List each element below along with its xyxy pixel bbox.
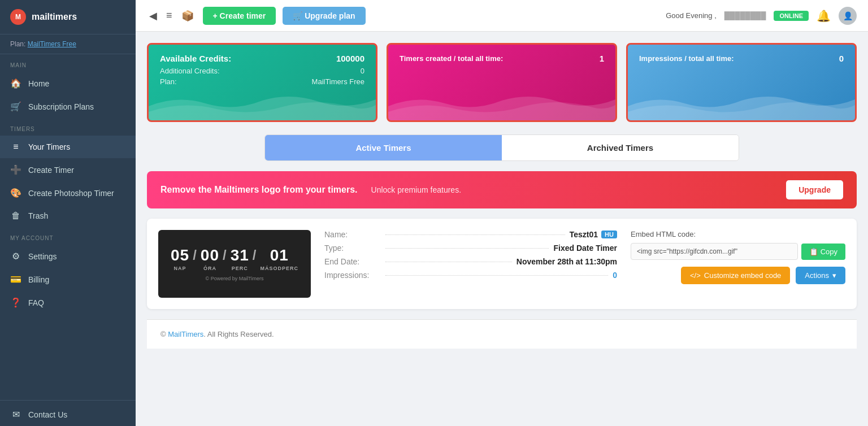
cube-button[interactable]: 📦 bbox=[179, 7, 196, 24]
timer-enddate-row: End Date: November 28th at 11:30pm bbox=[324, 257, 617, 266]
customize-embed-button[interactable]: </> Customize embed code bbox=[681, 267, 790, 284]
copy-label: Copy bbox=[821, 247, 837, 256]
footer-link[interactable]: MailTimers bbox=[168, 330, 203, 338]
credits-value: 100000 bbox=[336, 54, 364, 63]
sidebar-item-home[interactable]: 🏠 Home bbox=[0, 72, 136, 95]
faq-icon: ❓ bbox=[10, 297, 21, 308]
stats-row: Available Credits: 100000 Additional Cre… bbox=[147, 43, 857, 122]
photoshop-icon: 🎨 bbox=[10, 188, 21, 198]
sidebar-item-label: Subscription Plans bbox=[28, 102, 94, 111]
enddate-dotted bbox=[385, 262, 512, 262]
plan-link[interactable]: MailTimers Free bbox=[28, 40, 76, 48]
copy-icon: 📋 bbox=[809, 247, 818, 256]
tab-archived-timers[interactable]: Archived Timers bbox=[502, 135, 739, 160]
credits-label: Available Credits: bbox=[160, 54, 231, 63]
sidebar-item-label: Trash bbox=[28, 211, 48, 220]
sidebar-item-subscription[interactable]: 🛒 Subscription Plans bbox=[0, 95, 136, 118]
seconds-label: MÁSODPERC bbox=[260, 266, 298, 271]
enddate-value: November 28th at 11:30pm bbox=[517, 257, 617, 266]
bell-icon[interactable]: 🔔 bbox=[817, 9, 831, 23]
promo-upgrade-button[interactable]: Upgrade bbox=[786, 180, 843, 199]
trash-icon: 🗑 bbox=[10, 211, 21, 221]
billing-icon: 💳 bbox=[10, 274, 21, 285]
type-dotted bbox=[385, 248, 549, 249]
timers-label: Timers created / total all time: bbox=[400, 54, 503, 63]
timers-value: 1 bbox=[600, 54, 604, 63]
copy-button[interactable]: 📋 Copy bbox=[801, 244, 845, 260]
main-area: ◀ ≡ 📦 + Create timer 🛒 Upgrade plan Good… bbox=[136, 0, 868, 426]
actions-button[interactable]: Actions ▾ bbox=[796, 267, 845, 284]
name-dotted bbox=[385, 234, 565, 235]
sidebar-item-trash[interactable]: 🗑 Trash bbox=[0, 205, 136, 227]
timer-preview: 05 NAP / 00 ÓRA / 31 PERC / 01 bbox=[158, 230, 311, 298]
collapse-button[interactable]: ◀ bbox=[147, 7, 159, 24]
app-name: mailtimers bbox=[32, 12, 77, 22]
cart-icon: 🛒 bbox=[10, 101, 21, 112]
impressions-field-value: 0 bbox=[613, 271, 617, 280]
section-label-main: MAIN bbox=[0, 54, 136, 72]
impressions-card: Impressions / total all time: 0 bbox=[626, 43, 857, 122]
lang-badge: HU bbox=[601, 231, 617, 238]
sidebar-item-create-photoshop[interactable]: 🎨 Create Photoshop Timer bbox=[0, 181, 136, 205]
separator-1: / bbox=[193, 247, 197, 270]
embed-code-input[interactable] bbox=[631, 243, 798, 260]
chevron-down-icon: ▾ bbox=[832, 271, 836, 280]
promo-text: Remove the Mailtimers logo from your tim… bbox=[160, 185, 358, 195]
separator-3: / bbox=[253, 247, 257, 270]
footer: © MailTimers. All Rights Reserved. bbox=[147, 319, 857, 349]
sidebar-item-faq[interactable]: ❓ FAQ bbox=[0, 291, 136, 314]
type-label: Type: bbox=[324, 244, 381, 253]
sidebar-item-contact[interactable]: ✉ Contact Us bbox=[0, 403, 136, 426]
promo-banner: Remove the Mailtimers logo from your tim… bbox=[147, 171, 857, 208]
timer-digit-days: 05 NAP bbox=[171, 246, 189, 271]
greeting-text: Good Evening , bbox=[666, 11, 717, 20]
timer-embed-section: Embed HTML code: 📋 Copy </> Customize em… bbox=[631, 230, 845, 284]
minutes-value: 31 bbox=[231, 246, 249, 264]
plan-value-card: MailTimers Free bbox=[312, 77, 364, 86]
impressions-field-label: Impressions: bbox=[324, 271, 381, 280]
impressions-label: Impressions / total all time: bbox=[639, 54, 734, 63]
separator-2: / bbox=[223, 247, 227, 270]
sidebar-item-label: Contact Us bbox=[28, 410, 67, 419]
name-label: Name: bbox=[324, 230, 381, 239]
username-text: ████████ bbox=[724, 11, 766, 20]
timer-digit-seconds: 01 MÁSODPERC bbox=[260, 246, 298, 271]
embed-code-row: 📋 Copy bbox=[631, 243, 845, 260]
sidebar-item-label: Settings bbox=[28, 252, 57, 261]
header-icons: ◀ ≡ 📦 bbox=[147, 7, 196, 24]
create-timer-button[interactable]: + Create timer bbox=[203, 7, 276, 25]
sidebar-bottom: ✉ Contact Us bbox=[0, 400, 136, 426]
logo-icon: M bbox=[10, 9, 26, 25]
additional-credits-value: 0 bbox=[361, 67, 364, 75]
sidebar: M mailtimers Plan: MailTimers Free MAIN … bbox=[0, 0, 136, 426]
sidebar-item-your-timers[interactable]: ≡ Your Timers bbox=[0, 136, 136, 158]
timer-digit-minutes: 31 PERC bbox=[231, 246, 249, 271]
plus-icon: ➕ bbox=[10, 164, 21, 175]
avatar[interactable]: 👤 bbox=[839, 7, 857, 25]
create-timer-label: + Create timer bbox=[213, 11, 266, 20]
upgrade-plan-button[interactable]: 🛒 Upgrade plan bbox=[283, 7, 365, 25]
sidebar-item-settings[interactable]: ⚙ Settings bbox=[0, 245, 136, 268]
header-right: Good Evening , ████████ ONLINE 🔔 👤 bbox=[666, 7, 857, 25]
sidebar-item-billing[interactable]: 💳 Billing bbox=[0, 268, 136, 291]
sidebar-item-label: Billing bbox=[28, 275, 49, 284]
mail-icon: ✉ bbox=[10, 409, 21, 420]
sidebar-item-label: Your Timers bbox=[28, 142, 70, 151]
enddate-label: End Date: bbox=[324, 257, 381, 266]
tab-active-timers[interactable]: Active Timers bbox=[265, 135, 502, 160]
home-icon: 🏠 bbox=[10, 78, 21, 89]
timer-digit-hours: 00 ÓRA bbox=[201, 246, 219, 271]
menu-button[interactable]: ≡ bbox=[164, 7, 175, 24]
timer-digits-row: 05 NAP / 00 ÓRA / 31 PERC / 01 bbox=[171, 246, 298, 271]
sidebar-item-label: Create Timer bbox=[28, 166, 74, 175]
sidebar-item-label: Home bbox=[28, 79, 49, 88]
days-label: NAP bbox=[174, 266, 186, 271]
timer-name-row: Name: Teszt01 HU bbox=[324, 230, 617, 239]
upgrade-plan-label: 🛒 Upgrade plan bbox=[293, 11, 355, 20]
plan-label-card: Plan: bbox=[160, 77, 177, 86]
code-icon: </> bbox=[690, 271, 701, 280]
sidebar-item-create-timer[interactable]: ➕ Create Timer bbox=[0, 158, 136, 181]
wave-blue bbox=[628, 89, 855, 120]
online-badge: ONLINE bbox=[774, 11, 809, 21]
embed-label: Embed HTML code: bbox=[631, 230, 845, 238]
